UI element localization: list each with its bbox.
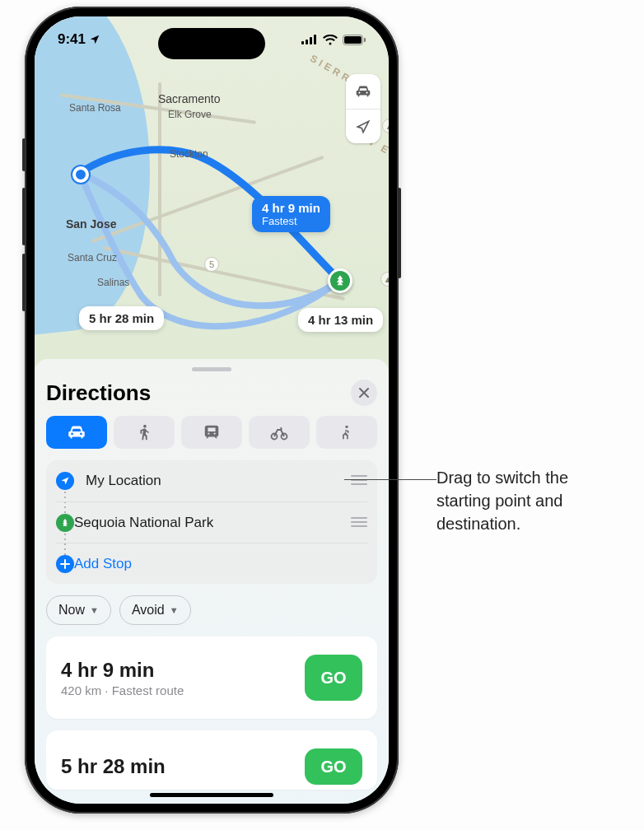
chevron-down-icon: ▼ [170,605,179,615]
iphone-frame: 9:41 [25,7,399,814]
tree-icon [334,274,347,287]
add-stop-label: Add Stop [74,556,367,572]
mode-cycle[interactable] [249,416,310,449]
svg-point-10 [345,426,348,428]
go-button[interactable]: GO [305,748,362,785]
mode-transit[interactable] [181,416,242,449]
route-time: 4 hr 9 min [61,659,184,682]
dynamic-island [158,28,265,59]
reorder-handle[interactable] [351,515,367,530]
car-icon [354,82,372,100]
battery-icon [343,35,366,45]
highway-shield-5: 5 [204,257,219,272]
location-services-icon [89,34,100,45]
map-label-san-jose: San Jose [66,217,116,231]
avoid-pill[interactable]: Avoid ▼ [119,595,191,625]
mode-rideshare[interactable] [316,416,377,449]
location-arrow-icon [355,119,371,135]
callout-text: Drag to switch the starting point and de… [436,466,619,535]
svg-rect-6 [364,38,366,42]
cellular-icon [301,35,318,44]
map-label-stockton: Stockton [170,148,208,160]
transport-mode-tabs [46,416,377,449]
svg-rect-15 [351,521,367,523]
stops-card: My Location Sequoia National Park [46,460,377,584]
route-time: 5 hr 28 min [61,755,166,778]
screen: 9:41 [35,16,389,804]
add-icon [56,555,74,573]
directions-sheet: Directions [35,359,389,804]
status-time: 9:41 [58,31,86,48]
map-label-santa-rosa: Santa Rosa [69,102,121,114]
route-option-1[interactable]: 4 hr 9 min 420 km · Fastest route GO [46,636,377,719]
chevron-down-icon: ▼ [90,605,99,615]
mode-drive[interactable] [46,416,107,449]
stop-origin-row[interactable]: My Location [56,460,367,501]
svg-rect-14 [351,517,367,519]
home-indicator[interactable] [150,793,273,797]
vehicle-mode-control[interactable] [346,74,380,109]
close-icon [359,388,369,398]
location-dot-icon [56,472,74,490]
reorder-handle[interactable] [351,473,367,488]
stop-destination-row[interactable]: Sequoia National Park [56,501,367,543]
svg-rect-0 [301,41,304,44]
walk-icon [135,423,153,441]
go-button[interactable]: GO [305,655,362,701]
callout-leader-line [344,479,436,480]
svg-point-7 [143,425,147,428]
close-button[interactable] [351,380,377,406]
depart-time-pill[interactable]: Now ▼ [46,595,111,625]
map-label-sacramento: Sacramento [158,92,220,105]
stop-destination-label: Sequoia National Park [74,515,351,531]
car-icon [66,422,87,443]
route-option-2[interactable]: 5 hr 28 min GO [46,730,377,790]
map-controls [346,74,380,143]
destination-pin[interactable] [328,268,352,293]
map-label-santa-cruz: Santa Cruz [68,252,117,263]
route-bubble-alt1[interactable]: 4 hr 13 min [298,308,383,332]
mode-walk[interactable] [114,416,175,449]
person-hail-icon [338,423,355,441]
map-label-elk-grove: Elk Grove [168,109,212,120]
sheet-grabber[interactable] [192,367,231,371]
tracking-control[interactable] [346,109,380,143]
add-stop-row[interactable]: Add Stop [56,543,367,584]
transit-icon [203,423,221,441]
svg-rect-2 [310,37,312,44]
svg-rect-5 [344,36,362,44]
route-bubble-alt2[interactable]: 5 hr 28 min [79,306,164,330]
svg-rect-13 [351,483,367,485]
route-bubble-fastest[interactable]: 4 hr 9 min Fastest [252,196,330,232]
svg-rect-16 [351,525,367,527]
origin-pin[interactable] [72,166,89,183]
svg-rect-1 [306,40,308,44]
svg-rect-3 [314,35,316,44]
map-area[interactable]: 5 ▲ ▲ Sacramento Santa Rosa Elk Grove St… [35,16,389,379]
wifi-icon [323,35,338,45]
svg-rect-11 [351,475,367,477]
map-label-salinas: Salinas [97,277,129,288]
bicycle-icon [269,422,289,442]
route-subtitle: 420 km · Fastest route [61,683,184,697]
stop-origin-label: My Location [86,473,351,489]
destination-dot-icon [56,514,74,532]
sheet-title: Directions [46,380,151,406]
